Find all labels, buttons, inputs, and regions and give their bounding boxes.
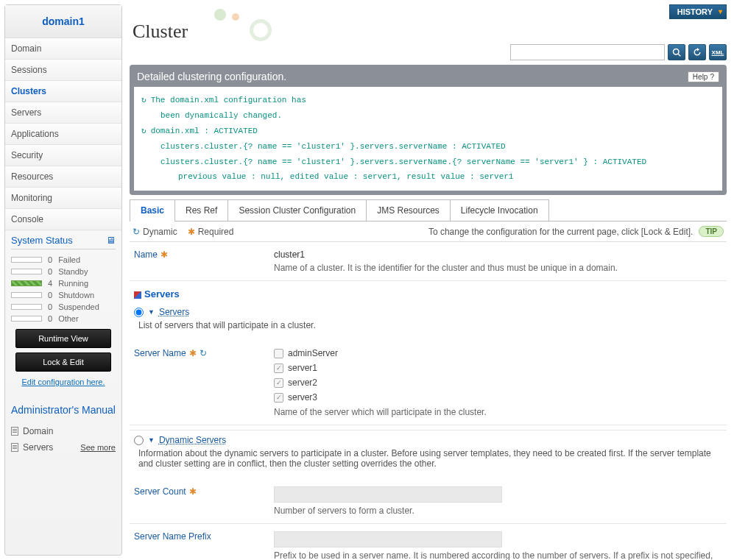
server-prefix-input bbox=[274, 531, 502, 547]
server-checkbox-server3[interactable]: server3 bbox=[274, 392, 722, 403]
nav-item-servers[interactable]: Servers bbox=[5, 102, 121, 124]
server-name-row: Server Name✱↻ adminServer server1 server… bbox=[130, 341, 727, 425]
runtime-view-button[interactable]: Runtime View bbox=[15, 329, 111, 348]
tab-jms-resources[interactable]: JMS Resources bbox=[366, 199, 451, 221]
checkbox-icon[interactable] bbox=[274, 349, 283, 358]
server-name-label: Server Name✱↻ bbox=[134, 348, 274, 417]
manual-item-domain[interactable]: Domain bbox=[11, 423, 116, 439]
lock-edit-button[interactable]: Lock & Edit bbox=[15, 352, 111, 372]
tip-text: To change the configuration for the curr… bbox=[428, 227, 694, 237]
see-more-link[interactable]: See more bbox=[80, 443, 116, 452]
nav-item-resources[interactable]: Resources bbox=[5, 166, 121, 188]
dynamic-servers-radio-row: ▼ Dynamic Servers Information about the … bbox=[130, 430, 727, 479]
server-count-label: Server Count✱ bbox=[134, 486, 274, 516]
name-label: Name✱ bbox=[134, 249, 274, 273]
nav-item-clusters[interactable]: Clusters bbox=[5, 81, 121, 102]
search-icon[interactable] bbox=[668, 44, 685, 60]
doc-icon bbox=[11, 443, 18, 452]
refresh-icon[interactable] bbox=[688, 44, 706, 60]
dynamic-servers-radio-input[interactable] bbox=[134, 436, 144, 445]
status-standby: 0Standby bbox=[11, 266, 116, 277]
manual-item-servers[interactable]: ServersSee more bbox=[11, 439, 116, 456]
help-icon: ? bbox=[710, 73, 714, 81]
server-name-desc: Name of the server which will participat… bbox=[274, 407, 722, 417]
tab-basic[interactable]: Basic bbox=[130, 199, 175, 221]
server-checkbox-server2[interactable]: server2 bbox=[274, 378, 722, 388]
svg-line-1 bbox=[678, 54, 680, 56]
checkbox-icon[interactable] bbox=[274, 378, 283, 388]
sidebar: domain1 Domain Sessions Clusters Servers… bbox=[4, 4, 122, 556]
form-name-row: Name✱ cluster1 Name of a cluster. It is … bbox=[130, 242, 727, 281]
detail-box: Detailed clustering configuration. Help?… bbox=[130, 65, 727, 195]
dynamic-servers-radio[interactable]: ▼ Dynamic Servers bbox=[134, 435, 722, 445]
doc-icon bbox=[11, 427, 18, 436]
help-button[interactable]: Help? bbox=[688, 71, 719, 82]
name-value: cluster1 bbox=[274, 249, 722, 260]
server-checkbox-adminserver[interactable]: adminServer bbox=[274, 348, 722, 358]
sync-icon: ↻ bbox=[141, 127, 147, 135]
server-prefix-row: Server Name Prefix Prefix to be used in … bbox=[130, 524, 727, 560]
dynamic-icon: ↻ bbox=[200, 348, 207, 358]
section-icon bbox=[134, 291, 141, 299]
nav-item-sessions[interactable]: Sessions bbox=[5, 60, 121, 81]
tab-lifecycle[interactable]: Lifecycle Invocation bbox=[450, 199, 549, 221]
detail-title: Detailed clustering configuration. bbox=[137, 71, 286, 82]
circle-icon bbox=[232, 13, 239, 21]
search-input[interactable] bbox=[510, 44, 665, 60]
nav-item-domain[interactable]: Domain bbox=[5, 38, 121, 60]
server-prefix-content: Prefix to be used in a server name. It i… bbox=[274, 531, 722, 560]
system-status-title: System Status 🖥 bbox=[11, 235, 116, 249]
log-line: been dynamically changed. bbox=[141, 108, 715, 124]
log-box: ↻The domain.xml configuration has been d… bbox=[134, 87, 722, 191]
required-label: Required bbox=[198, 227, 234, 237]
nav-item-monitoring[interactable]: Monitoring bbox=[5, 188, 121, 209]
dynamic-servers-desc: Information about the dynamic servers to… bbox=[134, 445, 722, 475]
history-dropdown[interactable]: HISTORY bbox=[669, 4, 727, 19]
dynamic-servers-radio-label[interactable]: Dynamic Servers bbox=[159, 435, 226, 445]
server-count-input bbox=[274, 486, 502, 503]
checkbox-icon[interactable] bbox=[274, 364, 283, 373]
status-running: 4Running bbox=[11, 277, 116, 289]
dynamic-label: Dynamic bbox=[143, 227, 177, 237]
system-status-label: System Status bbox=[11, 235, 73, 246]
log-line: clusters.cluster.{? name == 'cluster1' }… bbox=[141, 155, 715, 170]
bar-icon bbox=[11, 292, 42, 298]
tip-badge: TIP bbox=[699, 226, 724, 237]
servers-radio-row: ▼ Servers List of servers that will part… bbox=[130, 302, 727, 341]
legend-row: ↻Dynamic ✱Required To change the configu… bbox=[130, 221, 727, 242]
server-checkbox-server1[interactable]: server1 bbox=[274, 363, 722, 373]
required-icon: ✱ bbox=[189, 486, 197, 497]
xml-export-icon[interactable]: XML bbox=[709, 44, 727, 60]
log-line: clusters.cluster.{? name == 'cluster1' }… bbox=[141, 139, 715, 155]
server-checkbox-list: adminServer server1 server2 server3 bbox=[274, 348, 722, 403]
search-row: XML bbox=[130, 44, 727, 60]
servers-radio-label[interactable]: Servers bbox=[159, 307, 189, 317]
domain-title: domain1 bbox=[5, 5, 121, 38]
servers-radio[interactable]: ▼ Servers bbox=[134, 307, 722, 317]
log-line: ↻domain.xml : ACTIVATED bbox=[141, 124, 715, 139]
tab-res-ref[interactable]: Res Ref bbox=[174, 199, 228, 221]
tabs: Basic Res Ref Session Cluster Configurat… bbox=[130, 199, 727, 221]
nav-item-console[interactable]: Console bbox=[5, 209, 121, 230]
servers-radio-input[interactable] bbox=[134, 308, 144, 317]
tab-session-cluster[interactable]: Session Cluster Configuration bbox=[227, 199, 367, 221]
servers-section-title: Servers bbox=[130, 281, 727, 302]
sync-icon: ↻ bbox=[141, 96, 147, 104]
checkbox-icon[interactable] bbox=[274, 393, 283, 403]
status-suspended: 0Suspended bbox=[11, 301, 116, 313]
server-name-content: adminServer server1 server2 server3 Name… bbox=[274, 348, 722, 417]
chevron-down-icon: ▼ bbox=[148, 436, 155, 444]
log-line: previous value : null, edited value : se… bbox=[141, 169, 715, 185]
nav-item-security[interactable]: Security bbox=[5, 145, 121, 166]
nav-item-applications[interactable]: Applications bbox=[5, 124, 121, 145]
status-other: 0Other bbox=[11, 313, 116, 325]
circle-icon bbox=[214, 9, 226, 21]
chevron-down-icon: ▼ bbox=[148, 308, 155, 316]
main-content: HISTORY Cluster XML Detailed clustering … bbox=[127, 0, 734, 560]
required-icon: ✱ bbox=[189, 348, 197, 358]
edit-config-link[interactable]: Edit configuration here. bbox=[11, 376, 116, 392]
monitor-icon: 🖥 bbox=[106, 235, 116, 246]
bar-icon bbox=[11, 257, 42, 263]
circle-icon bbox=[250, 19, 272, 41]
bar-icon bbox=[11, 269, 42, 274]
